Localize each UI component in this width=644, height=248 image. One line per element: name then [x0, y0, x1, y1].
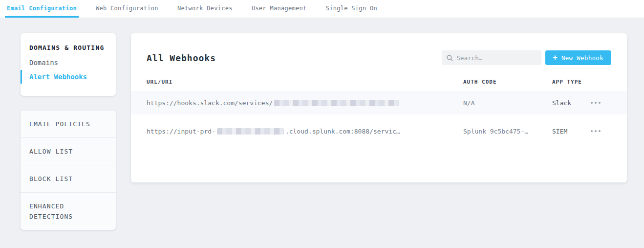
- page-title: All Webhooks: [147, 53, 216, 63]
- ellipsis-icon: [591, 130, 593, 132]
- table-row: https://input-prd-.cloud.splunk.com:8088…: [131, 119, 627, 143]
- ellipsis-icon: [595, 102, 597, 104]
- new-webhook-button[interactable]: + New Webhook: [545, 50, 611, 65]
- plus-icon: +: [553, 54, 558, 62]
- app-type-cell: Slack: [552, 99, 590, 107]
- ellipsis-icon: [599, 102, 601, 104]
- url-text: .cloud.splunk.com:8088/servic…: [285, 128, 400, 135]
- webhook-url-cell: https://input-prd-.cloud.splunk.com:8088…: [147, 128, 463, 135]
- sidebar-sections-card: EMAIL POLICIESALLOW LISTBLOCK LISTENHANC…: [21, 111, 116, 230]
- url-text: https://input-prd-: [147, 128, 215, 135]
- sidebar-section-email-policies[interactable]: EMAIL POLICIES: [21, 111, 116, 137]
- top-nav: Email ConfigurationWeb ConfigurationNetw…: [0, 0, 644, 18]
- webhook-url-cell: https://hooks.slack.com/services/: [147, 99, 463, 107]
- sidebar-domains-routing-card: DOMAINS & ROUTING DomainsAlert Webhooks: [21, 33, 116, 96]
- panel-header: All Webhooks + New Webhook: [131, 33, 627, 68]
- ellipsis-icon: [599, 130, 601, 132]
- tab-user-management[interactable]: User Management: [250, 0, 309, 18]
- column-header-url: URL/URI: [147, 79, 463, 85]
- url-text: https://hooks.slack.com/services/: [147, 99, 273, 107]
- column-header-app: APP TYPE: [552, 79, 590, 85]
- sidebar-section-enhanced-detections[interactable]: ENHANCED DETECTIONS: [21, 192, 116, 230]
- sidebar-section-header: DOMAINS & ROUTING: [29, 44, 107, 51]
- redacted-url-segment: [274, 100, 399, 106]
- search-box[interactable]: [442, 50, 541, 65]
- row-actions-menu-button[interactable]: [590, 127, 601, 135]
- webhooks-panel: All Webhooks + New Webhook URL/URI AUTH …: [131, 33, 627, 182]
- ellipsis-icon: [595, 130, 597, 132]
- auth-code-cell: Splunk 9c5bc475-…: [463, 128, 552, 135]
- sidebar-item-alert-webhooks[interactable]: Alert Webhooks: [29, 73, 107, 81]
- ellipsis-icon: [591, 102, 593, 104]
- search-input[interactable]: [457, 54, 537, 62]
- tab-web-configuration[interactable]: Web Configuration: [94, 0, 160, 18]
- table-header-row: URL/URI AUTH CODE APP TYPE: [131, 72, 627, 91]
- sidebar-section-allow-list[interactable]: ALLOW LIST: [21, 137, 116, 165]
- tab-email-configuration[interactable]: Email Configuration: [5, 0, 79, 18]
- auth-code-cell: N/A: [463, 99, 552, 107]
- row-actions-menu-button[interactable]: [590, 99, 601, 107]
- tab-single-sign-on[interactable]: Single Sign On: [324, 0, 379, 18]
- new-webhook-label: New Webhook: [561, 54, 603, 62]
- tab-network-devices[interactable]: Network Devices: [175, 0, 235, 18]
- redacted-url-segment: [217, 128, 284, 135]
- table-body: https://hooks.slack.com/services/N/ASlac…: [131, 91, 627, 143]
- table-row: https://hooks.slack.com/services/N/ASlac…: [131, 91, 627, 114]
- sidebar-item-domains[interactable]: Domains: [29, 59, 107, 67]
- search-icon: [447, 55, 453, 61]
- column-header-auth: AUTH CODE: [463, 79, 552, 85]
- sidebar-section-block-list[interactable]: BLOCK LIST: [21, 165, 116, 192]
- app-type-cell: SIEM: [552, 128, 590, 135]
